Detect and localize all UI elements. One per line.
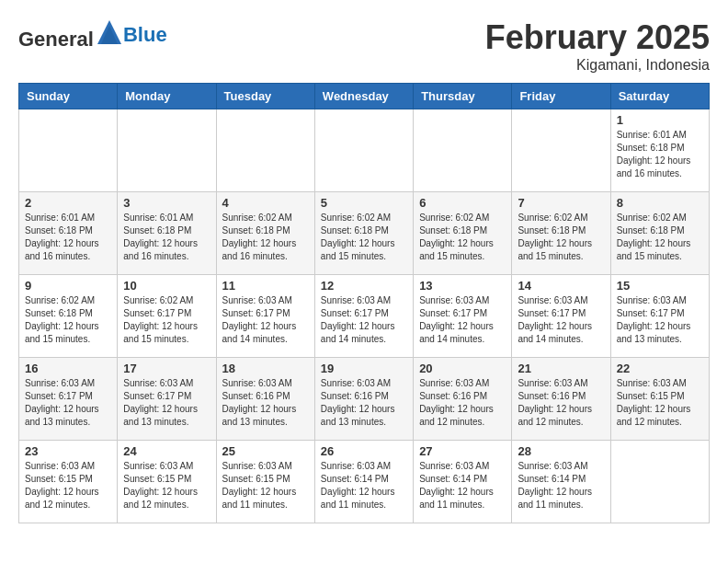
day-number: 8 (617, 196, 703, 210)
day-cell: 3Sunrise: 6:01 AM Sunset: 6:18 PM Daylig… (118, 192, 216, 275)
week-row-5: 23Sunrise: 6:03 AM Sunset: 6:15 PM Dayli… (19, 441, 710, 523)
day-number: 19 (321, 362, 407, 375)
day-info: Sunrise: 6:03 AM Sunset: 6:16 PM Dayligh… (419, 377, 506, 429)
day-info: Sunrise: 6:03 AM Sunset: 6:16 PM Dayligh… (321, 377, 407, 429)
day-info: Sunrise: 6:03 AM Sunset: 6:17 PM Dayligh… (518, 294, 604, 346)
logo-icon (96, 18, 123, 46)
day-number: 11 (222, 279, 309, 293)
day-info: Sunrise: 6:02 AM Sunset: 6:18 PM Dayligh… (419, 212, 506, 263)
calendar-table: SundayMondayTuesdayWednesdayThursdayFrid… (18, 83, 710, 523)
day-info: Sunrise: 6:03 AM Sunset: 6:15 PM Dayligh… (222, 460, 309, 511)
day-info: Sunrise: 6:03 AM Sunset: 6:16 PM Dayligh… (222, 377, 309, 429)
day-info: Sunrise: 6:03 AM Sunset: 6:14 PM Dayligh… (518, 460, 604, 511)
day-cell: 13Sunrise: 6:03 AM Sunset: 6:17 PM Dayli… (414, 275, 512, 358)
day-cell: 16Sunrise: 6:03 AM Sunset: 6:17 PM Dayli… (19, 358, 118, 441)
day-cell: 15Sunrise: 6:03 AM Sunset: 6:17 PM Dayli… (610, 275, 709, 358)
day-number: 16 (25, 362, 111, 375)
day-cell (118, 109, 216, 192)
day-cell: 17Sunrise: 6:03 AM Sunset: 6:17 PM Dayli… (118, 358, 216, 441)
week-row-1: 1Sunrise: 6:01 AM Sunset: 6:18 PM Daylig… (19, 109, 710, 192)
day-number: 28 (518, 444, 604, 458)
day-cell: 22Sunrise: 6:03 AM Sunset: 6:15 PM Dayli… (610, 358, 709, 441)
day-cell: 26Sunrise: 6:03 AM Sunset: 6:14 PM Dayli… (314, 441, 413, 523)
day-number: 10 (123, 279, 210, 293)
day-number: 24 (123, 444, 210, 458)
logo-general: General (18, 28, 94, 51)
day-info: Sunrise: 6:03 AM Sunset: 6:17 PM Dayligh… (25, 377, 111, 429)
day-number: 21 (518, 362, 604, 375)
day-info: Sunrise: 6:03 AM Sunset: 6:15 PM Dayligh… (123, 460, 210, 511)
day-cell: 25Sunrise: 6:03 AM Sunset: 6:15 PM Dayli… (216, 441, 314, 523)
day-cell: 20Sunrise: 6:03 AM Sunset: 6:16 PM Dayli… (414, 358, 512, 441)
day-cell: 27Sunrise: 6:03 AM Sunset: 6:14 PM Dayli… (414, 441, 512, 523)
page-header: General Blue February 2025 Kigamani, Ind… (18, 18, 710, 74)
day-number: 5 (321, 196, 407, 210)
day-number: 14 (518, 279, 604, 293)
day-number: 12 (321, 279, 407, 293)
day-number: 25 (222, 444, 309, 458)
day-info: Sunrise: 6:02 AM Sunset: 6:18 PM Dayligh… (518, 212, 604, 263)
day-info: Sunrise: 6:03 AM Sunset: 6:17 PM Dayligh… (123, 377, 210, 429)
day-cell (512, 109, 610, 192)
week-row-2: 2Sunrise: 6:01 AM Sunset: 6:18 PM Daylig… (19, 192, 710, 275)
week-row-3: 9Sunrise: 6:02 AM Sunset: 6:18 PM Daylig… (19, 275, 710, 358)
location-title: Kigamani, Indonesia (485, 57, 710, 74)
day-cell: 6Sunrise: 6:02 AM Sunset: 6:18 PM Daylig… (414, 192, 512, 275)
day-cell: 2Sunrise: 6:01 AM Sunset: 6:18 PM Daylig… (19, 192, 118, 275)
weekday-header-thursday: Thursday (414, 84, 512, 109)
day-number: 13 (419, 279, 506, 293)
day-cell: 18Sunrise: 6:03 AM Sunset: 6:16 PM Dayli… (216, 358, 314, 441)
day-cell (414, 109, 512, 192)
month-title: February 2025 (485, 18, 710, 57)
day-cell: 23Sunrise: 6:03 AM Sunset: 6:15 PM Dayli… (19, 441, 118, 523)
day-cell: 24Sunrise: 6:03 AM Sunset: 6:15 PM Dayli… (118, 441, 216, 523)
logo-blue: Blue (123, 23, 167, 47)
day-info: Sunrise: 6:02 AM Sunset: 6:18 PM Dayligh… (617, 212, 703, 263)
day-info: Sunrise: 6:01 AM Sunset: 6:18 PM Dayligh… (617, 129, 703, 180)
day-number: 7 (518, 196, 604, 210)
weekday-header-sunday: Sunday (19, 84, 118, 109)
day-number: 27 (419, 444, 506, 458)
day-info: Sunrise: 6:02 AM Sunset: 6:18 PM Dayligh… (25, 294, 111, 346)
weekday-header-monday: Monday (118, 84, 216, 109)
day-info: Sunrise: 6:02 AM Sunset: 6:18 PM Dayligh… (222, 212, 309, 263)
day-cell: 1Sunrise: 6:01 AM Sunset: 6:18 PM Daylig… (610, 109, 709, 192)
day-info: Sunrise: 6:02 AM Sunset: 6:18 PM Dayligh… (321, 212, 407, 263)
day-info: Sunrise: 6:01 AM Sunset: 6:18 PM Dayligh… (123, 212, 210, 263)
day-number: 22 (617, 362, 703, 375)
day-info: Sunrise: 6:03 AM Sunset: 6:16 PM Dayligh… (518, 377, 604, 429)
day-info: Sunrise: 6:03 AM Sunset: 6:17 PM Dayligh… (419, 294, 506, 346)
day-cell: 9Sunrise: 6:02 AM Sunset: 6:18 PM Daylig… (19, 275, 118, 358)
day-number: 26 (321, 444, 407, 458)
day-cell: 21Sunrise: 6:03 AM Sunset: 6:16 PM Dayli… (512, 358, 610, 441)
day-number: 15 (617, 279, 703, 293)
day-number: 23 (25, 444, 111, 458)
logo: General Blue (18, 18, 167, 52)
day-info: Sunrise: 6:03 AM Sunset: 6:15 PM Dayligh… (617, 377, 703, 429)
day-cell: 8Sunrise: 6:02 AM Sunset: 6:18 PM Daylig… (610, 192, 709, 275)
day-number: 9 (25, 279, 111, 293)
day-info: Sunrise: 6:03 AM Sunset: 6:15 PM Dayligh… (25, 460, 111, 511)
day-number: 6 (419, 196, 506, 210)
day-cell: 4Sunrise: 6:02 AM Sunset: 6:18 PM Daylig… (216, 192, 314, 275)
day-info: Sunrise: 6:03 AM Sunset: 6:14 PM Dayligh… (419, 460, 506, 511)
day-info: Sunrise: 6:02 AM Sunset: 6:17 PM Dayligh… (123, 294, 210, 346)
day-number: 20 (419, 362, 506, 375)
title-block: February 2025 Kigamani, Indonesia (485, 18, 710, 74)
day-cell (216, 109, 314, 192)
weekday-header-friday: Friday (512, 84, 610, 109)
day-cell (314, 109, 413, 192)
weekday-header-saturday: Saturday (610, 84, 709, 109)
week-row-4: 16Sunrise: 6:03 AM Sunset: 6:17 PM Dayli… (19, 358, 710, 441)
day-cell: 19Sunrise: 6:03 AM Sunset: 6:16 PM Dayli… (314, 358, 413, 441)
day-info: Sunrise: 6:03 AM Sunset: 6:14 PM Dayligh… (321, 460, 407, 511)
day-info: Sunrise: 6:03 AM Sunset: 6:17 PM Dayligh… (222, 294, 309, 346)
day-info: Sunrise: 6:03 AM Sunset: 6:17 PM Dayligh… (321, 294, 407, 346)
day-cell (610, 441, 709, 523)
day-cell: 5Sunrise: 6:02 AM Sunset: 6:18 PM Daylig… (314, 192, 413, 275)
day-number: 17 (123, 362, 210, 375)
day-number: 18 (222, 362, 309, 375)
day-number: 4 (222, 196, 309, 210)
weekday-header-row: SundayMondayTuesdayWednesdayThursdayFrid… (19, 84, 710, 109)
day-number: 1 (617, 113, 703, 127)
